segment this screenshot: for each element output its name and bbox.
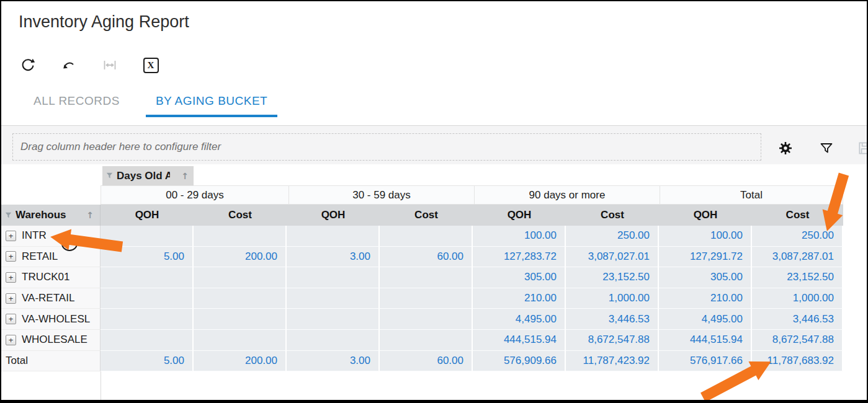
pivot-cell[interactable]: 4,495.00 xyxy=(473,309,566,330)
pivot-cell[interactable]: 200.00 xyxy=(194,247,287,268)
pivot-cell[interactable] xyxy=(380,309,473,330)
expand-plus-icon[interactable] xyxy=(6,231,16,241)
pivot-column-header[interactable]: Cost xyxy=(566,205,659,226)
pivot-column-header[interactable]: QOH xyxy=(101,205,194,226)
expand-plus-icon[interactable] xyxy=(6,293,16,304)
pivot-cell[interactable]: 3,446.53 xyxy=(752,309,843,330)
pivot-cell[interactable]: 4,495.00 xyxy=(659,309,752,330)
pivot-column-header[interactable]: QOH xyxy=(473,205,566,226)
pivot-cell[interactable] xyxy=(101,288,194,309)
expand-plus-icon[interactable] xyxy=(6,251,16,262)
grand-total-row: Total 5.00 200.00 3.00 60.00 576,909.66 … xyxy=(1,351,843,372)
row-header[interactable]: INTR xyxy=(1,226,101,247)
pivot-total-cell[interactable]: 200.00 xyxy=(194,351,287,372)
pivot-cell[interactable]: 100.00 xyxy=(473,226,566,247)
refresh-button[interactable] xyxy=(20,57,36,73)
pivot-column-header[interactable]: Cost xyxy=(380,205,473,226)
pivot-cell[interactable]: 305.00 xyxy=(659,267,752,288)
fit-width-icon xyxy=(102,58,117,73)
group-header-30-59[interactable]: 30 - 59 days xyxy=(289,185,475,205)
row-header[interactable]: VA-RETAIL xyxy=(1,288,101,309)
row-header[interactable]: RETAIL xyxy=(1,247,101,268)
pivot-cell[interactable]: 8,672,547.88 xyxy=(566,330,659,351)
pivot-cell[interactable] xyxy=(287,309,380,330)
pivot-total-cell[interactable]: 11,787,683.92 xyxy=(752,351,843,372)
filter-hint-text: Drag column header here to configure fil… xyxy=(20,141,221,153)
column-field-label: Days Old A xyxy=(117,170,170,182)
pivot-cell[interactable] xyxy=(287,288,380,309)
pivot-cell[interactable] xyxy=(194,226,287,247)
pivot-cell[interactable]: 3,446.53 xyxy=(566,309,659,330)
pivot-cell[interactable]: 23,152.50 xyxy=(566,267,659,288)
pivot-cell[interactable] xyxy=(380,226,473,247)
pivot-cell[interactable]: 8,672,547.88 xyxy=(752,330,843,351)
pivot-cell[interactable] xyxy=(194,309,287,330)
pivot-column-header[interactable]: QOH xyxy=(287,205,380,226)
pivot-cell[interactable]: 127,291.72 xyxy=(659,247,752,268)
expand-plus-icon[interactable] xyxy=(6,335,16,345)
pivot-cell[interactable] xyxy=(287,267,380,288)
pivot-total-cell[interactable]: 576,917.66 xyxy=(659,351,752,372)
pivot-total-cell[interactable]: 60.00 xyxy=(380,351,473,372)
pivot-cell[interactable] xyxy=(287,330,380,351)
filter-drop-area[interactable]: Drag column header here to configure fil… xyxy=(12,133,761,161)
expand-plus-icon[interactable] xyxy=(6,314,16,324)
pivot-cell[interactable]: 5.00 xyxy=(101,247,194,268)
pivot-cell[interactable]: 1,000.00 xyxy=(752,288,843,309)
undo-button[interactable] xyxy=(61,57,77,73)
pivot-cell[interactable] xyxy=(101,309,194,330)
pivot-cell[interactable]: 444,515.94 xyxy=(473,330,566,351)
pivot-cell[interactable] xyxy=(101,226,194,247)
tab-by-aging-bucket[interactable]: BY AGING BUCKET xyxy=(146,94,277,117)
pivot-cell[interactable]: 210.00 xyxy=(473,288,566,309)
row-header[interactable]: VA-WHOLESL xyxy=(1,309,101,330)
pivot-cell[interactable]: 60.00 xyxy=(380,247,473,268)
pivot-cell[interactable]: 100.00 xyxy=(659,226,752,247)
group-header-00-29[interactable]: 00 - 29 days xyxy=(101,185,289,205)
settings-button[interactable] xyxy=(777,140,794,156)
pivot-cell[interactable]: 3,087,287.01 xyxy=(752,247,843,268)
pivot-cell[interactable] xyxy=(287,226,380,247)
filter-button[interactable] xyxy=(818,140,834,156)
filter-funnel-icon xyxy=(5,212,12,219)
expand-plus-icon[interactable] xyxy=(6,272,16,283)
pivot-cell[interactable]: 3,087,027.01 xyxy=(566,247,659,268)
pivot-cell[interactable]: 444,515.94 xyxy=(659,330,752,351)
pivot-total-cell[interactable]: 576,909.66 xyxy=(473,351,566,372)
fit-width-button[interactable] xyxy=(102,57,118,73)
pivot-cell[interactable]: 305.00 xyxy=(473,267,566,288)
pivot-cell[interactable]: 23,152.50 xyxy=(752,267,843,288)
pivot-total-cell[interactable]: 5.00 xyxy=(101,351,194,372)
column-field-chip-days-old[interactable]: Days Old A ↑ xyxy=(102,166,194,185)
pivot-cell[interactable] xyxy=(194,288,287,309)
group-header-total[interactable]: Total xyxy=(660,185,843,205)
pivot-cell[interactable]: 1,000.00 xyxy=(566,288,659,309)
save-button[interactable] xyxy=(857,140,868,156)
pivot-cell[interactable] xyxy=(101,267,194,288)
pivot-cell[interactable] xyxy=(380,267,473,288)
pivot-cell[interactable]: 3.00 xyxy=(287,247,380,268)
row-label: TRUCK01 xyxy=(22,271,69,283)
tab-all-records[interactable]: ALL RECORDS xyxy=(24,94,130,117)
pivot-cell[interactable] xyxy=(380,288,473,309)
export-excel-button[interactable]: X xyxy=(143,57,159,73)
pivot-cell[interactable]: 127,283.72 xyxy=(473,247,566,268)
pivot-cell[interactable] xyxy=(194,330,287,351)
pivot-cell[interactable] xyxy=(380,330,473,351)
pivot-cell[interactable]: 250.00 xyxy=(566,226,659,247)
pivot-total-cell[interactable]: 3.00 xyxy=(287,351,380,372)
row-field-label: Warehouse xyxy=(16,209,66,221)
row-field-chip-warehouse[interactable]: Warehouse ↑ xyxy=(1,205,101,226)
pivot-cell[interactable] xyxy=(194,267,287,288)
pivot-cell[interactable] xyxy=(101,330,194,351)
pivot-cell[interactable]: 250.00 xyxy=(752,226,843,247)
group-header-90-plus[interactable]: 90 days or more xyxy=(474,185,660,205)
pivot-column-header[interactable]: QOH xyxy=(659,205,752,226)
row-header[interactable]: WHOLESALE xyxy=(1,330,101,351)
pivot-total-cell[interactable]: 11,787,423.92 xyxy=(566,351,659,372)
row-header[interactable]: TRUCK01 xyxy=(1,267,101,288)
pivot-column-header[interactable]: Cost xyxy=(752,205,843,226)
pivot-cell[interactable]: 210.00 xyxy=(659,288,752,309)
table-row: WHOLESALE 444,515.94 8,672,547.88 444,51… xyxy=(1,330,843,351)
pivot-column-header[interactable]: Cost xyxy=(194,205,287,226)
